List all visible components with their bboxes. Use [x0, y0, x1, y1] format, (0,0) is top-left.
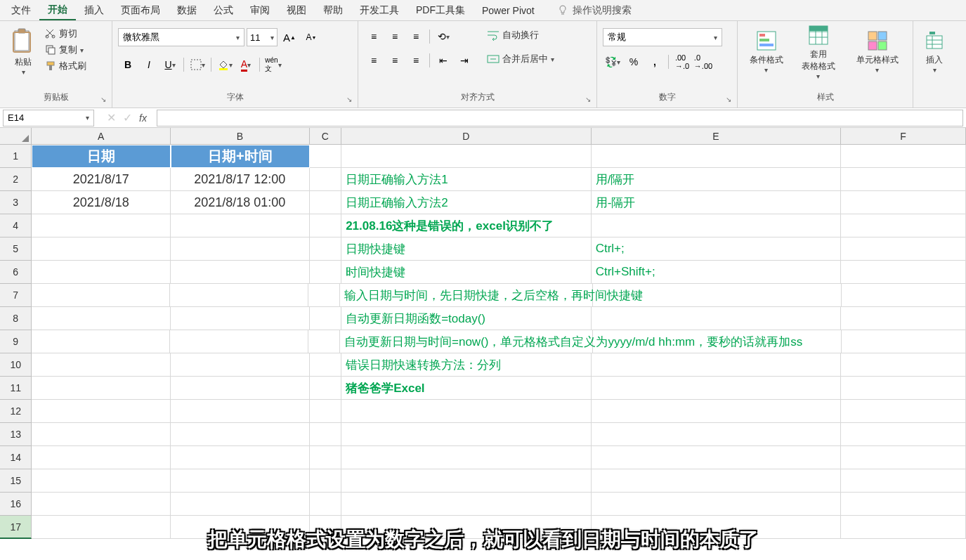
cell-E7[interactable]: [593, 284, 842, 307]
cell[interactable]: [341, 400, 592, 423]
menu-insert[interactable]: 插入: [76, 1, 112, 20]
cell-F8[interactable]: [841, 307, 966, 330]
cell-B5[interactable]: [171, 237, 310, 261]
row-header[interactable]: 5: [0, 237, 32, 261]
menu-formulas[interactable]: 公式: [205, 1, 242, 20]
cell[interactable]: [841, 446, 966, 469]
cell[interactable]: [841, 423, 966, 446]
menu-layout[interactable]: 页面布局: [112, 1, 169, 20]
enter-icon[interactable]: ✓: [123, 111, 132, 124]
cell-B4[interactable]: [171, 214, 310, 237]
row-header[interactable]: 8: [0, 307, 32, 330]
align-right-button[interactable]: ≡: [406, 52, 426, 69]
cell-A3[interactable]: 2021/8/18: [32, 191, 171, 214]
cell[interactable]: [32, 516, 171, 539]
row-header[interactable]: 14: [0, 446, 32, 469]
cell[interactable]: [341, 423, 592, 446]
menu-file[interactable]: 文件: [3, 1, 39, 20]
cell-A9[interactable]: [32, 330, 170, 353]
menu-home[interactable]: 开始: [39, 1, 76, 20]
cell-C11[interactable]: [310, 377, 342, 400]
cell-D4[interactable]: 21.08.16这种是错误的，excel识别不了: [341, 214, 592, 237]
cell[interactable]: [32, 446, 171, 469]
cell[interactable]: [171, 400, 310, 423]
cell-E1[interactable]: [592, 145, 842, 168]
cell[interactable]: [32, 400, 171, 423]
cell-D7[interactable]: 输入日期与时间，先日期快捷，之后空格，再时间快捷键: [340, 284, 593, 307]
cell-A7[interactable]: [32, 284, 170, 307]
cell-A11[interactable]: [32, 377, 171, 400]
tell-me-search[interactable]: 操作说明搜索: [557, 4, 632, 17]
cell-D1[interactable]: [341, 145, 592, 168]
cell-E6[interactable]: Ctrl+Shift+;: [592, 261, 842, 284]
cell-E5[interactable]: Ctrl+;: [592, 237, 842, 261]
dialog-launcher-icon[interactable]: ↘: [346, 96, 352, 103]
currency-button[interactable]: 💱▾: [603, 53, 622, 70]
cell[interactable]: [592, 493, 842, 516]
decrease-font-button[interactable]: A▼: [301, 29, 321, 46]
increase-font-button[interactable]: A▲: [280, 29, 299, 46]
cell-D10[interactable]: 错误日期快速转换方法：分列: [341, 353, 592, 377]
cell-C10[interactable]: [310, 353, 342, 377]
format-painter-button[interactable]: 格式刷: [44, 59, 88, 73]
cell[interactable]: [592, 469, 842, 493]
cell-F4[interactable]: [841, 214, 966, 237]
cancel-icon[interactable]: ✕: [107, 111, 116, 124]
decrease-indent-button[interactable]: ⇤: [433, 52, 453, 69]
cell-B3[interactable]: 2021/8/18 01:00: [171, 191, 310, 214]
cell-E4[interactable]: [592, 214, 842, 237]
cell[interactable]: [171, 469, 310, 493]
cell[interactable]: [310, 423, 342, 446]
copy-button[interactable]: 复制▾: [44, 43, 88, 57]
col-header-D[interactable]: D: [341, 128, 592, 145]
row-header[interactable]: 16: [0, 493, 32, 516]
dialog-launcher-icon[interactable]: ↘: [726, 96, 731, 103]
row-header[interactable]: 3: [0, 191, 32, 214]
menu-help[interactable]: 帮助: [315, 1, 351, 20]
cell[interactable]: [592, 400, 842, 423]
fx-icon[interactable]: fx: [139, 112, 147, 124]
cell-F3[interactable]: [841, 191, 966, 214]
underline-button[interactable]: U▾: [160, 56, 180, 73]
fill-color-button[interactable]: ▾: [215, 56, 235, 73]
cell-D6[interactable]: 时间快捷键: [341, 261, 592, 284]
cell-B1[interactable]: 日期+时间: [171, 145, 310, 168]
col-header-C[interactable]: C: [310, 128, 341, 145]
cell-A6[interactable]: [32, 261, 171, 284]
cell-C1[interactable]: [310, 145, 342, 168]
menu-dev[interactable]: 开发工具: [351, 1, 407, 20]
cell-D8[interactable]: 自动更新日期函数=today(): [341, 307, 592, 330]
cell[interactable]: [310, 493, 342, 516]
cell[interactable]: [171, 423, 310, 446]
number-format-select[interactable]: 常规▾: [603, 28, 722, 46]
wrap-text-button[interactable]: 自动换行: [485, 28, 556, 42]
cell[interactable]: [310, 516, 342, 539]
row-header[interactable]: 17: [0, 516, 32, 539]
align-center-button[interactable]: ≡: [385, 52, 405, 69]
cell[interactable]: [341, 446, 592, 469]
row-header[interactable]: 11: [0, 377, 32, 400]
cell-E2[interactable]: 用/隔开: [592, 168, 842, 191]
cell-C9[interactable]: [308, 330, 340, 353]
select-all-corner[interactable]: [0, 128, 32, 145]
cell-A2[interactable]: 2021/8/17: [32, 168, 171, 191]
cell-E11[interactable]: [592, 377, 842, 400]
row-header[interactable]: 7: [0, 284, 32, 307]
cell-E3[interactable]: 用-隔开: [592, 191, 842, 214]
cell[interactable]: [841, 469, 966, 493]
cell-D2[interactable]: 日期正确输入方法1: [341, 168, 592, 191]
formula-bar[interactable]: [157, 110, 963, 126]
cell[interactable]: [841, 493, 966, 516]
cell[interactable]: [310, 446, 342, 469]
cell-F2[interactable]: [841, 168, 966, 191]
cell-B8[interactable]: [171, 307, 310, 330]
cell[interactable]: [32, 493, 171, 516]
row-header[interactable]: 4: [0, 214, 32, 237]
cell[interactable]: [841, 400, 966, 423]
insert-cells-button[interactable]: 插入▾: [919, 24, 950, 80]
increase-indent-button[interactable]: ⇥: [455, 52, 474, 69]
phonetic-button[interactable]: wén文▾: [263, 56, 283, 73]
font-color-button[interactable]: A▾: [236, 56, 256, 73]
decrease-decimal-button[interactable]: .0→.00: [693, 53, 713, 70]
cell[interactable]: [592, 516, 842, 539]
